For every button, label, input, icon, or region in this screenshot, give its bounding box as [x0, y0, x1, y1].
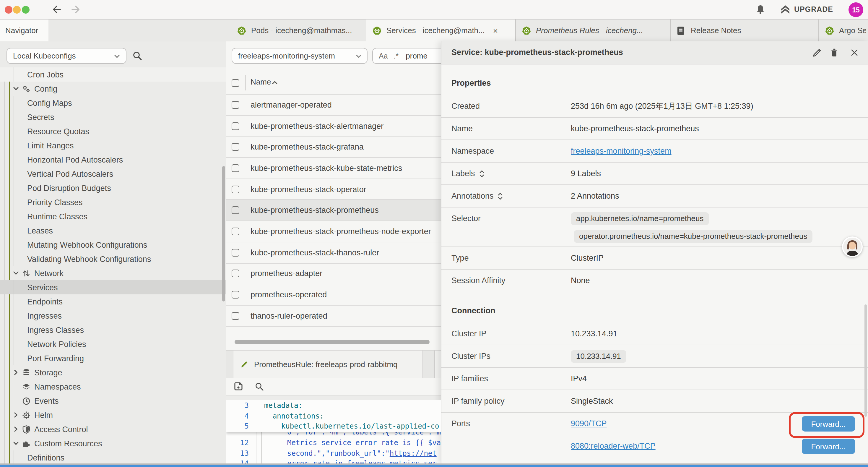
upgrade-button[interactable]: UPGRADE — [794, 5, 833, 13]
row-checkbox[interactable] — [231, 312, 239, 320]
sidebar-item-access-control[interactable]: Access Control — [0, 422, 226, 436]
row-checkbox[interactable] — [231, 270, 239, 278]
sidebar-item-network[interactable]: Network — [0, 266, 226, 280]
sidebar-item-mutating-webhook-configurations[interactable]: Mutating Webhook Configurations — [0, 238, 226, 252]
table-row-kube-prometheus-stack-alertmanager[interactable]: kube-prometheus-stack-alertmanager — [226, 116, 441, 137]
editor-search-icon[interactable] — [255, 382, 264, 391]
table-row-prometheus-operated[interactable]: prometheus-operated — [226, 284, 441, 305]
tab-argo-se[interactable]: Argo Se — [819, 20, 868, 41]
runbook-url-link[interactable]: https://net — [390, 449, 437, 457]
back-icon[interactable] — [51, 4, 63, 16]
regex-toggle[interactable]: .* — [394, 52, 399, 60]
notification-count-badge[interactable]: 15 — [848, 2, 863, 17]
delete-icon[interactable] — [830, 48, 839, 57]
upgrade-icon[interactable] — [780, 4, 790, 15]
sidebar-item-events[interactable]: Events — [0, 394, 226, 408]
save-icon[interactable] — [234, 381, 243, 391]
sidebar-item-runtime-classes[interactable]: Runtime Classes — [0, 209, 226, 224]
details-scrollbar[interactable] — [864, 304, 867, 417]
table-row-alertmanager-operated[interactable]: alertmanager-operated — [226, 95, 441, 116]
tab-prometheus-rules-icecheng[interactable]: Prometheus Rules - icecheng... — [516, 20, 671, 41]
close-icon[interactable] — [850, 48, 859, 57]
tab-services-icecheng-math[interactable]: Services - icecheng@math...× — [366, 20, 516, 41]
match-case-toggle[interactable]: Aa — [379, 52, 388, 60]
notifications-bell-icon[interactable] — [755, 4, 766, 15]
edit-icon[interactable] — [812, 48, 822, 57]
chevron-down-icon[interactable] — [12, 439, 20, 447]
chevron-right-icon[interactable] — [12, 411, 20, 419]
assistant-avatar[interactable] — [842, 236, 863, 257]
name-column-header[interactable]: Name — [251, 78, 271, 86]
chevron-down-icon[interactable] — [12, 269, 20, 277]
sidebar-item-cron-jobs[interactable]: Cron Jobs — [0, 67, 226, 82]
row-checkbox[interactable] — [231, 164, 239, 172]
horizontal-scrollbar[interactable] — [235, 340, 430, 344]
sort-ascending-icon[interactable] — [271, 79, 278, 86]
chevron-right-icon[interactable] — [12, 368, 20, 377]
sidebar-search-icon[interactable] — [132, 51, 143, 61]
sidebar-item-secrets[interactable]: Secrets — [0, 110, 226, 124]
sidebar-item-services[interactable]: Services — [0, 280, 226, 294]
tab-release-notes[interactable]: Release Notes — [671, 20, 819, 41]
sidebar-item-priority-classes[interactable]: Priority Classes — [0, 195, 226, 209]
table-row-kube-prometheus-stack-kube-state-metrics[interactable]: kube-prometheus-stack-kube-state-metrics — [226, 158, 441, 179]
sort-icon[interactable] — [478, 170, 485, 178]
editor-tab-prometheusrule[interactable]: PrometheusRule: freeleaps-prod-rabbitmq — [233, 351, 423, 378]
sidebar-item-ingress-classes[interactable]: Ingress Classes — [0, 323, 226, 337]
kubeconfig-selector[interactable]: Local Kubeconfigs — [6, 48, 126, 64]
close-tab-icon[interactable]: × — [493, 26, 498, 35]
chevron-right-icon[interactable] — [12, 425, 20, 433]
row-checkbox[interactable] — [231, 143, 239, 151]
sort-icon[interactable] — [497, 192, 504, 200]
sidebar-item-config[interactable]: Config — [0, 82, 226, 96]
sidebar-item-resource-quotas[interactable]: Resource Quotas — [0, 124, 226, 138]
sidebar-item-port-forwarding[interactable]: Port Forwarding — [0, 351, 226, 365]
yaml-editor[interactable]: 3metadata:4 annotations:5 kubectl.kubern… — [226, 400, 441, 465]
sidebar-item-endpoints[interactable]: Endpoints — [0, 294, 226, 309]
table-row-thanos-ruler-operated[interactable]: thanos-ruler-operated — [226, 305, 441, 327]
sidebar-item-custom-resources[interactable]: Custom Resources — [0, 436, 226, 450]
row-checkbox[interactable] — [231, 249, 239, 256]
sidebar-item-ingresses[interactable]: Ingresses — [0, 309, 226, 323]
sidebar-item-helm[interactable]: Helm — [0, 408, 226, 422]
table-row-prometheus-adapter[interactable]: prometheus-adapter — [226, 263, 441, 284]
port-link[interactable]: 8080:reloader-web/TCP — [571, 435, 656, 458]
row-checkbox[interactable] — [231, 228, 239, 235]
sidebar-item-network-policies[interactable]: Network Policies — [0, 337, 226, 351]
sidebar-item-pod-disruption-budgets[interactable]: Pod Disruption Budgets — [0, 181, 226, 195]
minimize-window-button[interactable] — [13, 6, 21, 13]
forward-button[interactable]: Forward... — [802, 416, 855, 432]
row-checkbox[interactable] — [231, 185, 239, 193]
forward-button[interactable]: Forward... — [802, 439, 855, 454]
zoom-window-button[interactable] — [22, 6, 30, 13]
resource-search-input[interactable]: Aa .* prome — [372, 48, 441, 64]
port-link[interactable]: 9090/TCP — [571, 413, 607, 435]
sidebar-item-namespaces[interactable]: Namespaces — [0, 380, 226, 394]
table-row-kube-prometheus-stack-prometheus-node-exporter[interactable]: kube-prometheus-stack-prometheus-node-ex… — [226, 221, 441, 242]
sidebar-item-config-maps[interactable]: Config Maps — [0, 96, 226, 110]
table-row-kube-prometheus-stack-grafana[interactable]: kube-prometheus-stack-grafana — [226, 137, 441, 158]
table-row-kube-prometheus-stack-thanos-ruler[interactable]: kube-prometheus-stack-thanos-ruler — [226, 242, 441, 263]
row-checkbox[interactable] — [231, 101, 239, 109]
sidebar-item-storage[interactable]: Storage — [0, 365, 226, 380]
namespace-filter-dropdown[interactable]: freeleaps-monitoring-system — [231, 48, 368, 64]
navigator-panel-tab[interactable]: Navigator — [0, 20, 49, 41]
close-window-button[interactable] — [5, 6, 12, 13]
tab-pods-icecheng-mathmas[interactable]: Pods - icecheng@mathmas... — [231, 20, 366, 41]
editor-tab-partial[interactable] — [434, 351, 441, 378]
row-checkbox[interactable] — [231, 122, 239, 130]
forward-icon[interactable] — [70, 4, 82, 16]
select-all-checkbox[interactable] — [231, 79, 239, 87]
sidebar-item-horizontal-pod-autoscalers[interactable]: Horizontal Pod Autoscalers — [0, 152, 226, 167]
sidebar-item-definitions[interactable]: Definitions — [0, 450, 226, 465]
row-checkbox[interactable] — [231, 291, 239, 298]
sidebar-item-limit-ranges[interactable]: Limit Ranges — [0, 138, 226, 152]
sidebar-item-validating-webhook-configurations[interactable]: Validating Webhook Configurations — [0, 252, 226, 266]
table-row-kube-prometheus-stack-prometheus[interactable]: kube-prometheus-stack-prometheus — [226, 200, 441, 221]
sidebar-scrollbar[interactable] — [222, 166, 225, 301]
sidebar-item-vertical-pod-autoscalers[interactable]: Vertical Pod Autoscalers — [0, 167, 226, 181]
chevron-down-icon[interactable] — [12, 85, 20, 93]
namespace-link[interactable]: freeleaps-monitoring-system — [571, 140, 672, 163]
sidebar-item-leases[interactable]: Leases — [0, 224, 226, 238]
table-row-kube-prometheus-stack-operator[interactable]: kube-prometheus-stack-operator — [226, 179, 441, 200]
